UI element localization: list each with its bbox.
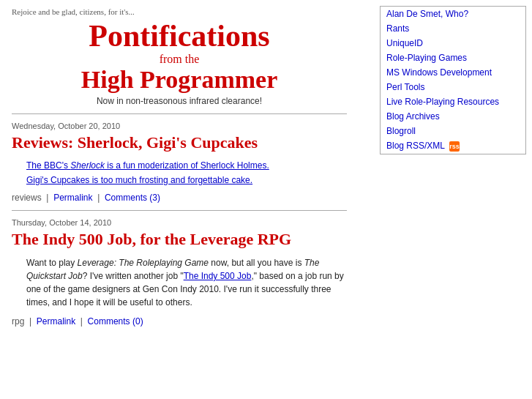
sidebar-item-rpg[interactable]: Role-Playing Games (381, 51, 525, 65)
sidebar-item-uniqueid[interactable]: UniqueID (381, 36, 525, 51)
post-2-body-link[interactable]: The Indy 500 Job (184, 271, 252, 281)
post-1-comments[interactable]: Comments (3) (105, 193, 160, 203)
rss-icon: rss (449, 141, 460, 152)
post-2-date: Thursday, October 14, 2010 (12, 218, 347, 227)
post-1-title: Reviews: Sherlock, Gigi's Cupcakes (12, 133, 347, 152)
sidebar-item-who[interactable]: Alan De Smet, Who? (381, 7, 525, 21)
post-1-link-1[interactable]: The BBC's Sherlock is a fun moderization… (26, 160, 347, 171)
post-1-divider (12, 210, 347, 211)
sidebar-item-rants[interactable]: Rants (381, 21, 525, 36)
subtitle: Now in non-treasonous infrared clearance… (12, 96, 347, 106)
sidebar: Alan De Smet, Who? Rants UniqueID Role-P… (380, 6, 526, 154)
post-1-link-2[interactable]: Gigi's Cupcakes is too much frosting and… (26, 175, 347, 185)
post-2-permalink[interactable]: Permalink (37, 316, 75, 327)
sidebar-item-blogroll[interactable]: Blogroll (381, 124, 525, 138)
site-title-sub: from the High Programmer (12, 53, 347, 93)
post-2-title: The Indy 500 Job, for the Leverage RPG (12, 230, 347, 249)
header: Rejoice and be glad, citizens, for it's.… (12, 7, 347, 106)
sidebar-item-rss[interactable]: Blog RSS/XML rss (381, 138, 525, 154)
sidebar-item-archives[interactable]: Blog Archives (381, 109, 525, 124)
post-1-permalink[interactable]: Permalink (53, 193, 92, 203)
sidebar-item-perl[interactable]: Perl Tools (381, 80, 525, 94)
sidebar-item-windows[interactable]: MS Windows Development (381, 65, 525, 80)
post-1-meta: reviews | Permalink | Comments (3) (12, 193, 347, 203)
post-2-meta: rpg | Permalink | Comments (0) (12, 316, 347, 327)
header-divider (12, 113, 347, 114)
post-2-body: Want to play Leverage: The Roleplaying G… (26, 256, 347, 309)
post-1: Wednesday, October 20, 2010 Reviews: She… (12, 122, 347, 202)
site-title-main: Pontifications (12, 19, 347, 53)
post-2: Thursday, October 14, 2010 The Indy 500 … (12, 218, 347, 327)
post-1-date: Wednesday, October 20, 2010 (12, 122, 347, 130)
main-content: Rejoice and be glad, citizens, for it's.… (0, 0, 359, 399)
sidebar-item-lrp[interactable]: Live Role-Playing Resources (381, 94, 525, 109)
tagline: Rejoice and be glad, citizens, for it's.… (12, 7, 347, 16)
post-2-comments[interactable]: Comments (0) (88, 316, 143, 327)
